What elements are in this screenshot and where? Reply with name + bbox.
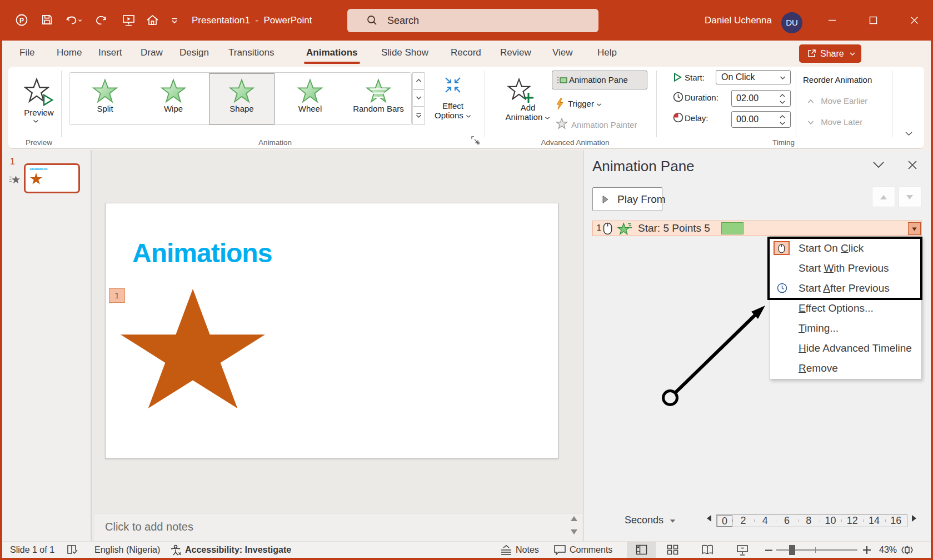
slide-title-text[interactable]: Animations bbox=[132, 238, 272, 268]
redo-icon[interactable] bbox=[94, 13, 107, 27]
zoom-out-icon[interactable] bbox=[765, 549, 772, 551]
timeline-tick-10: 10 bbox=[820, 515, 841, 527]
preview-button[interactable]: Preview bbox=[14, 108, 64, 117]
notes-panel[interactable]: Click to add notes bbox=[94, 513, 582, 541]
gallery-item-wipe[interactable]: Wipe bbox=[141, 74, 206, 124]
tab-review[interactable]: Review bbox=[499, 41, 532, 67]
slide-canvas[interactable]: Animations 1 bbox=[105, 203, 558, 459]
account-name[interactable]: Daniel Uchenna bbox=[705, 0, 772, 41]
thumbnail-star bbox=[30, 173, 42, 184]
spinner-icons[interactable] bbox=[780, 114, 785, 126]
accessibility-status[interactable]: Accessibility: Investigate bbox=[185, 542, 291, 558]
delay-input[interactable]: 00.00 bbox=[731, 111, 791, 128]
animation-pane-button[interactable]: Animation Pane bbox=[552, 71, 647, 89]
scroll-down-icon[interactable] bbox=[570, 529, 578, 536]
move-later-button[interactable]: Move Later bbox=[807, 117, 862, 127]
timeline-tick-6: 6 bbox=[776, 515, 797, 527]
item-dropdown-button[interactable] bbox=[908, 222, 921, 235]
add-animation-button[interactable]: Add Animation bbox=[497, 103, 558, 122]
tab-file[interactable]: File bbox=[18, 41, 36, 67]
add-animation-icon[interactable] bbox=[507, 78, 532, 101]
gallery-item-wheel[interactable]: Wheel bbox=[278, 74, 342, 124]
minimize-button[interactable] bbox=[819, 0, 845, 41]
timeline-unit-dropdown[interactable]: Seconds bbox=[625, 514, 676, 526]
gallery-scroll-up[interactable] bbox=[412, 72, 425, 89]
gallery-more-button[interactable] bbox=[412, 107, 425, 125]
maximize-button[interactable] bbox=[860, 0, 886, 41]
view-normal-button[interactable] bbox=[627, 542, 656, 558]
tab-help[interactable]: Help bbox=[596, 41, 618, 67]
start-slideshow-icon[interactable] bbox=[122, 13, 135, 27]
powerpoint-logo-icon[interactable]: P bbox=[15, 13, 28, 27]
timeline-tick-8: 8 bbox=[798, 515, 820, 527]
close-button[interactable] bbox=[901, 0, 927, 41]
spinner-icons[interactable] bbox=[780, 93, 785, 105]
avatar[interactable]: DU bbox=[781, 12, 802, 33]
view-reading-icon[interactable] bbox=[701, 544, 714, 555]
share-button[interactable]: Share bbox=[799, 44, 861, 63]
timeline-bar[interactable] bbox=[721, 222, 744, 234]
zoom-level[interactable]: 43% bbox=[879, 542, 897, 558]
view-sorter-icon[interactable] bbox=[667, 544, 678, 555]
timeline-scroll-left[interactable] bbox=[706, 514, 712, 522]
window-border-bottom bbox=[0, 558, 933, 560]
slide-indicator[interactable]: Slide 1 of 1 bbox=[10, 542, 54, 558]
slide-star-shape[interactable] bbox=[121, 289, 265, 408]
thumbnail-animation-icon[interactable] bbox=[9, 175, 20, 184]
timeline-tick-4: 4 bbox=[754, 515, 776, 527]
tab-record[interactable]: Record bbox=[450, 41, 482, 67]
view-slideshow-icon[interactable] bbox=[736, 544, 749, 556]
search-input[interactable]: Search bbox=[347, 9, 598, 32]
save-icon[interactable] bbox=[41, 13, 54, 27]
qat-customize-icon[interactable] bbox=[170, 13, 183, 27]
pane-collapse-icon[interactable] bbox=[872, 161, 885, 168]
fit-to-window-icon[interactable] bbox=[901, 544, 914, 556]
move-down-button[interactable] bbox=[898, 187, 921, 207]
home-icon[interactable] bbox=[146, 13, 159, 27]
animation-painter-button[interactable]: Animation Painter bbox=[571, 120, 637, 129]
zoom-slider-track[interactable] bbox=[776, 549, 857, 551]
move-earlier-button[interactable]: Move Earlier bbox=[807, 96, 867, 106]
start-dropdown[interactable]: On Click bbox=[716, 70, 791, 84]
undo-icon[interactable] bbox=[65, 13, 78, 27]
tab-animations[interactable]: Animations bbox=[305, 41, 359, 67]
language-indicator[interactable]: English (Nigeria) bbox=[94, 542, 160, 558]
gallery-item-split[interactable]: Split bbox=[73, 74, 137, 124]
gallery-item-random-bars[interactable]: Random Bars bbox=[346, 74, 411, 124]
timeline-tick-14: 14 bbox=[863, 515, 885, 527]
spellcheck-icon[interactable] bbox=[67, 544, 79, 556]
tab-design[interactable]: Design bbox=[178, 41, 210, 67]
collapse-ribbon-icon[interactable] bbox=[905, 131, 913, 137]
scroll-up-icon[interactable] bbox=[570, 516, 578, 522]
trigger-button[interactable]: Trigger bbox=[568, 99, 602, 108]
preview-star-icon[interactable] bbox=[24, 77, 49, 104]
delay-icon bbox=[673, 112, 683, 123]
animation-pane-label: Animation Pane bbox=[569, 71, 628, 89]
effect-options-button[interactable]: Effect Options bbox=[431, 101, 475, 120]
zoom-slider-thumb[interactable] bbox=[789, 545, 795, 555]
animation-item-row[interactable]: 1 Star: 5 Points 5 bbox=[592, 221, 922, 236]
tab-draw[interactable]: Draw bbox=[139, 41, 164, 67]
timeline-tick-12: 12 bbox=[841, 515, 863, 527]
tab-slide-show[interactable]: Slide Show bbox=[380, 41, 430, 67]
tab-view[interactable]: View bbox=[551, 41, 574, 67]
gallery-scroll-down[interactable] bbox=[412, 89, 425, 107]
comments-toggle[interactable]: Comments bbox=[570, 542, 612, 558]
gallery-item-shape[interactable]: Shape bbox=[209, 74, 274, 124]
notes-toggle[interactable]: Notes bbox=[516, 542, 539, 558]
slide-thumbnail[interactable]: Animations bbox=[24, 163, 80, 193]
play-from-button[interactable]: Play From bbox=[592, 187, 662, 211]
document-title: Presentation1 - PowerPoint bbox=[192, 0, 312, 41]
tab-home[interactable]: Home bbox=[56, 41, 83, 67]
zoom-in-icon[interactable] bbox=[863, 546, 871, 554]
tab-insert[interactable]: Insert bbox=[97, 41, 123, 67]
effect-options-icon[interactable] bbox=[443, 76, 462, 94]
animation-dialog-launcher-icon[interactable] bbox=[471, 136, 480, 144]
pane-close-icon[interactable] bbox=[907, 160, 917, 170]
duration-input[interactable]: 02.00 bbox=[731, 90, 791, 107]
tab-transitions[interactable]: Transitions bbox=[227, 41, 276, 67]
move-up-button[interactable] bbox=[872, 187, 895, 207]
play-from-label: Play From bbox=[617, 188, 666, 211]
search-placeholder: Search bbox=[387, 9, 419, 32]
timeline-scroll-right[interactable] bbox=[911, 514, 917, 522]
